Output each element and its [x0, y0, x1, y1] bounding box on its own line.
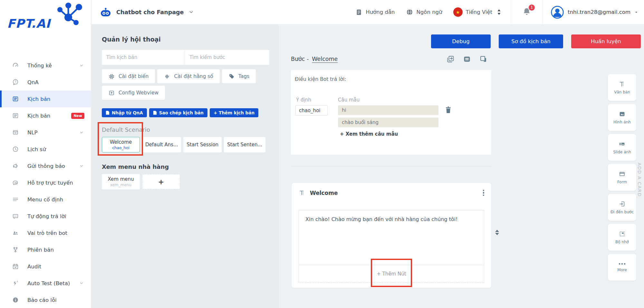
- sidebar-item-label: Hỗ trợ trực tuyến: [27, 180, 73, 186]
- sidebar-item-label: Tự động trả lời: [27, 213, 66, 219]
- card-menu-button[interactable]: [483, 190, 485, 196]
- robot-icon: [100, 7, 111, 17]
- sidebar-item-kich-ban-new[interactable]: Kịch bản New: [0, 107, 91, 124]
- search-step-input[interactable]: [185, 50, 269, 65]
- bot-condition-panel: Điều kiện Bot trả lời: Ý định Câu mẫu hi…: [291, 70, 491, 155]
- dock-card-label: Bộ nhớ: [615, 240, 629, 245]
- step-name-link[interactable]: Welcome: [312, 56, 338, 62]
- add-scenario-label: + Thêm kịch bản: [214, 110, 255, 115]
- sidebar-item-qna[interactable]: ? QnA: [0, 74, 91, 91]
- sidebar-item-label: Audit: [27, 264, 41, 270]
- sidebar-item-lich-su[interactable]: Lịch sử: [0, 141, 91, 158]
- tags-label: Tags: [238, 73, 249, 79]
- file-icon: [153, 111, 157, 115]
- dock-card-label: Đi đến bước: [610, 210, 634, 215]
- add-card-dock: Văn bản Hình ảnh Slide ảnh Form Đi đến b…: [608, 74, 636, 281]
- constants-settings-label: Cài đặt hằng số: [174, 73, 213, 79]
- dock-card-label: Hình ảnh: [613, 120, 631, 125]
- sidebar: FPT.AI Thống kê ? QnA: [0, 0, 91, 308]
- view-more-samples-link[interactable]: + Xem thêm câu mẫu: [340, 131, 398, 137]
- sidebar-item-thong-ke[interactable]: Thống kê: [0, 57, 91, 74]
- debug-button[interactable]: Debug: [431, 34, 491, 48]
- svg-text:A: A: [17, 280, 18, 283]
- default-scenario-cards: Welcome chao_hoi Default Ans... Start Se…: [102, 137, 279, 152]
- sidebar-item-nlp[interactable]: NLP: [0, 124, 91, 141]
- app-root: FPT.AI Thống kê ? QnA: [0, 0, 644, 308]
- variables-settings-button[interactable]: Cài đặt biến: [102, 69, 155, 83]
- sidebar-item-bao-cao-loi[interactable]: Báo cáo lỗi: [0, 292, 91, 308]
- avatar: [551, 6, 564, 19]
- card-drag-handle[interactable]: [495, 230, 499, 235]
- divider: [511, 0, 511, 24]
- sidebar-item-label: Vai trò trên bot: [27, 230, 67, 236]
- train-button[interactable]: Huấn luyện: [571, 34, 641, 48]
- dock-card-image[interactable]: Hình ảnh: [608, 104, 636, 131]
- condition-title: Điều kiện Bot trả lời:: [295, 76, 346, 82]
- fpt-ai-logo[interactable]: FPT.AI: [0, 0, 91, 39]
- step-card-welcome[interactable]: Welcome chao_hoi: [102, 137, 140, 152]
- step-card-xem-menu[interactable]: Xem menu xem_menu: [102, 174, 140, 189]
- fpt-ai-logo-text: FPT.AI: [7, 17, 50, 31]
- globe-icon: [406, 8, 413, 16]
- memory-icon: [619, 230, 626, 237]
- text-card-icon: [619, 81, 626, 88]
- search-scenario-input[interactable]: [102, 50, 185, 65]
- config-webview-button[interactable]: Config Webview: [102, 86, 165, 100]
- step-card-start-sentence[interactable]: Start Senten...: [224, 137, 265, 152]
- language-menu[interactable]: Ngôn ngữ: [406, 8, 442, 16]
- sort-caret-icon: [497, 9, 501, 15]
- duplicate-step-icon[interactable]: [479, 55, 488, 63]
- move-step-icon[interactable]: [446, 55, 455, 63]
- add-step-card-button[interactable]: +: [142, 174, 180, 189]
- dock-card-label: Văn bản: [614, 90, 630, 95]
- slide-carousel-icon: [619, 140, 626, 148]
- sidebar-item-auto-test[interactable]: A Auto Test (Beta): [0, 275, 91, 292]
- more-dots-icon: [618, 262, 626, 265]
- intent-input[interactable]: [295, 105, 328, 116]
- help-menu[interactable]: Hướng dẫn: [355, 9, 395, 16]
- constants-settings-button[interactable]: Cài đặt hằng số: [157, 69, 219, 83]
- dock-card-text[interactable]: Văn bản: [608, 74, 636, 101]
- chevron-down-icon: [79, 164, 84, 168]
- sidebar-item-label: Lịch sử: [27, 146, 46, 152]
- sample-sentence-field[interactable]: hi: [338, 105, 438, 115]
- sidebar-item-vai-tro-tren-bot[interactable]: Vai trò trên bot: [0, 225, 91, 241]
- copy-scenario-button[interactable]: Sao chép kịch bản: [149, 108, 207, 117]
- sidebar-item-audit[interactable]: Audit: [0, 258, 91, 275]
- sidebar-item-kich-ban[interactable]: Kịch bản: [0, 91, 91, 107]
- sample-sentence-field[interactable]: chào buổi sáng: [338, 118, 438, 127]
- live-support-icon: [12, 179, 19, 186]
- help-label: Hướng dẫn: [366, 9, 395, 15]
- sidebar-item-phien-ban[interactable]: Phiên bản: [0, 241, 91, 258]
- tags-button[interactable]: Tags: [222, 69, 256, 83]
- sidebar-item-label: Phiên bản: [27, 247, 54, 253]
- add-button-button[interactable]: + Thêm Nút: [377, 271, 406, 277]
- dock-card-goto-step[interactable]: Đi đến bước: [608, 194, 636, 221]
- delete-condition-button[interactable]: [445, 106, 452, 115]
- import-qna-button[interactable]: Nhập từ QnA: [102, 108, 147, 117]
- step-card-start-session[interactable]: Start Session: [183, 137, 222, 152]
- molecule-icon: [48, 1, 84, 28]
- message-text-field[interactable]: Xin chào! Chào mừng bạn đến với nhà hàng…: [299, 210, 484, 265]
- step-card-default-answer[interactable]: Default Ans...: [142, 137, 181, 152]
- bot-selector[interactable]: Chatbot cho Fanpage: [100, 7, 194, 17]
- step-list-icon[interactable]: [463, 55, 471, 63]
- notifications-button[interactable]: 1: [522, 7, 531, 17]
- step-editor-canvas: Debug Sơ đồ kịch bản Huấn luyện Bước - W…: [279, 24, 644, 308]
- dock-card-form[interactable]: Form: [608, 164, 636, 191]
- sidebar-item-tu-dong-tra-loi[interactable]: Tự động trả lời: [0, 208, 91, 225]
- dock-card-memory[interactable]: Bộ nhớ: [608, 224, 636, 251]
- sidebar-item-menu-co-dinh[interactable]: Menu cố định: [0, 191, 91, 208]
- account-menu[interactable]: tnhi.tran28@gmail.com: [551, 6, 638, 19]
- sidebar-item-ho-tro-truc-tuyen[interactable]: Hỗ trợ trực tuyến: [0, 174, 91, 191]
- language-select[interactable]: ★ Tiếng Việt: [453, 7, 493, 17]
- dock-card-more[interactable]: More: [608, 254, 636, 281]
- add-scenario-button[interactable]: + Thêm kịch bản: [210, 108, 258, 117]
- sidebar-item-gui-thong-bao[interactable]: Gửi thông báo: [0, 158, 91, 174]
- scenario-diagram-button[interactable]: Sơ đồ kịch bản: [499, 34, 563, 48]
- dock-card-slide[interactable]: Slide ảnh: [608, 134, 636, 161]
- users-icon: [12, 229, 19, 236]
- step-card-title: Default Ans...: [145, 142, 178, 148]
- menu-lines-icon: [12, 196, 19, 203]
- vietnam-flag-icon: ★: [453, 7, 463, 17]
